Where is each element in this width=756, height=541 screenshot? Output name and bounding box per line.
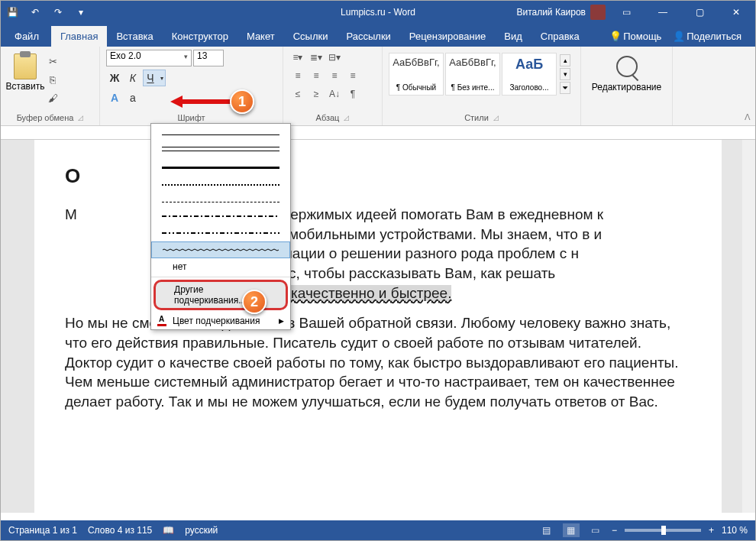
- sort-icon[interactable]: A↓: [326, 86, 343, 102]
- multilevel-icon[interactable]: ⊟▾: [326, 50, 343, 65]
- group-paragraph-label: Абзац: [316, 113, 340, 122]
- numbering-icon[interactable]: ≣▾: [308, 50, 325, 65]
- vertical-scrollbar[interactable]: [742, 140, 755, 513]
- spell-check-icon[interactable]: 📖: [163, 525, 174, 536]
- status-bar: Страница 1 из 1 Слово 4 из 115 📖 русский…: [1, 520, 755, 540]
- font-size-combo[interactable]: 13: [193, 50, 224, 66]
- align-center-icon[interactable]: ≡: [308, 68, 325, 83]
- zoom-out-icon[interactable]: −: [612, 525, 617, 536]
- clipboard-launcher[interactable]: ◿: [78, 114, 83, 121]
- zoom-in-icon[interactable]: +: [709, 525, 714, 536]
- underline-color-icon: [157, 317, 166, 325]
- format-painter-icon[interactable]: 🖌: [45, 91, 60, 105]
- tab-layout[interactable]: Макет: [237, 26, 284, 47]
- tab-references[interactable]: Ссылки: [284, 26, 338, 47]
- underline-dropdown: нет Другие подчеркивания... Цвет подчерк…: [150, 123, 291, 330]
- decrease-indent-icon[interactable]: ≤: [289, 86, 306, 102]
- autosave-icon[interactable]: 💾: [4, 4, 21, 21]
- tab-share[interactable]: Поделиться: [687, 31, 741, 42]
- qat-more-icon[interactable]: ▾: [73, 4, 89, 21]
- tab-review[interactable]: Рецензирование: [400, 26, 495, 47]
- print-layout-icon[interactable]: ▦: [563, 523, 580, 537]
- bold-button[interactable]: Ж: [106, 70, 123, 86]
- minimize-icon[interactable]: —: [647, 1, 679, 24]
- style-normal[interactable]: АаБбВвГг, ¶ Обычный: [389, 53, 444, 96]
- more-underlines[interactable]: Другие подчеркивания...: [153, 280, 288, 310]
- underline-button[interactable]: Ч: [143, 70, 166, 86]
- tab-insert[interactable]: Вставка: [107, 26, 162, 47]
- underline-color[interactable]: Цвет подчеркивания ▶: [151, 313, 290, 329]
- underline-dot-dot-dash[interactable]: [151, 225, 290, 241]
- page[interactable]: О Мxxxxxxxxxxxxxxxxxxxxxxxтов, одержимых…: [34, 140, 722, 513]
- tab-help[interactable]: Справка: [531, 26, 589, 47]
- ribbon-tabs: Файл Главная Вставка Конструктор Макет С…: [1, 24, 755, 47]
- user-name[interactable]: Виталий Каиров: [516, 7, 586, 18]
- find-icon[interactable]: [616, 56, 638, 77]
- underline-dot-dash[interactable]: [151, 208, 290, 225]
- tab-view[interactable]: Вид: [495, 26, 531, 47]
- tab-tellme[interactable]: Помощь: [623, 31, 661, 42]
- zoom-level[interactable]: 110 %: [722, 525, 748, 536]
- status-words[interactable]: Слово 4 из 115: [88, 525, 152, 536]
- callout-1: 1: [230, 89, 254, 114]
- tellme-icon: 💡: [609, 31, 622, 42]
- tab-mailings[interactable]: Рассылки: [337, 26, 399, 47]
- title-bar: 💾 ↶ ↷ ▾ Lumpics.ru - Word Виталий Каиров…: [1, 1, 755, 24]
- editing-button[interactable]: Редактирование: [587, 82, 666, 92]
- tab-home[interactable]: Главная: [51, 26, 107, 47]
- annotation-arrow-1: [170, 96, 231, 108]
- window-title: Lumpics.ru - Word: [341, 7, 415, 18]
- group-clipboard-label: Буфер обмена: [17, 113, 74, 122]
- undo-icon[interactable]: ↶: [27, 4, 44, 21]
- underline-double[interactable]: [151, 141, 290, 157]
- web-layout-icon[interactable]: ▭: [587, 523, 604, 537]
- read-mode-icon[interactable]: ▤: [538, 523, 555, 537]
- paste-button[interactable]: Вставить: [7, 50, 44, 96]
- redo-icon[interactable]: ↷: [50, 4, 66, 21]
- close-icon[interactable]: ✕: [720, 1, 752, 24]
- bullets-icon[interactable]: ≡▾: [289, 50, 306, 65]
- align-justify-icon[interactable]: ≡: [344, 68, 361, 83]
- styles-launcher[interactable]: ◿: [493, 114, 499, 121]
- share-icon: 👤: [673, 31, 685, 42]
- show-marks-icon[interactable]: ¶: [344, 86, 361, 102]
- tab-file[interactable]: Файл: [5, 26, 51, 47]
- underline-thick[interactable]: [151, 157, 290, 174]
- collapse-ribbon-icon[interactable]: ᐱ: [745, 112, 751, 122]
- text-effects-icon[interactable]: A: [106, 89, 123, 106]
- font-name-combo[interactable]: Exo 2.0: [106, 50, 192, 66]
- style-heading1[interactable]: АаБ Заголово...: [502, 53, 557, 96]
- copy-icon[interactable]: ⎘: [45, 73, 60, 86]
- styles-up-icon[interactable]: ▴: [560, 54, 570, 66]
- ruler[interactable]: [1, 126, 755, 140]
- underline-wavy[interactable]: [151, 241, 290, 258]
- style-no-spacing[interactable]: АаБбВвГг, ¶ Без инте...: [445, 53, 500, 96]
- status-language[interactable]: русский: [185, 525, 218, 536]
- callout-2: 2: [242, 290, 267, 314]
- zoom-slider[interactable]: [625, 529, 701, 532]
- paragraph-launcher[interactable]: ◿: [344, 114, 349, 121]
- italic-button[interactable]: К: [124, 70, 141, 86]
- align-left-icon[interactable]: ≡: [289, 68, 306, 83]
- underline-dashed[interactable]: [151, 191, 290, 208]
- tab-design[interactable]: Конструктор: [163, 26, 237, 47]
- underline-dotted[interactable]: [151, 174, 290, 191]
- ribbon-options-icon[interactable]: ▭: [610, 1, 642, 24]
- highlight-icon[interactable]: a: [124, 89, 141, 106]
- status-page[interactable]: Страница 1 из 1: [8, 525, 77, 536]
- maximize-icon[interactable]: ▢: [683, 1, 716, 24]
- underline-none[interactable]: нет: [151, 258, 290, 275]
- group-font-label: Шрифт: [177, 113, 205, 122]
- group-styles-label: Стили: [464, 113, 489, 122]
- underline-single[interactable]: [151, 124, 290, 141]
- user-avatar[interactable]: [590, 5, 606, 20]
- styles-down-icon[interactable]: ▾: [560, 68, 570, 80]
- document-area: О Мxxxxxxxxxxxxxxxxxxxxxxxтов, одержимых…: [1, 140, 755, 513]
- align-right-icon[interactable]: ≡: [326, 68, 343, 83]
- chevron-right-icon: ▶: [279, 317, 284, 325]
- ribbon: Вставить ✂ ⎘ 🖌 Буфер обмена◿ Exo 2.0 13 …: [1, 47, 755, 126]
- cut-icon[interactable]: ✂: [45, 54, 60, 68]
- styles-more-icon[interactable]: ⏷: [560, 82, 570, 94]
- clipboard-icon: [14, 53, 37, 79]
- increase-indent-icon[interactable]: ≥: [308, 86, 325, 102]
